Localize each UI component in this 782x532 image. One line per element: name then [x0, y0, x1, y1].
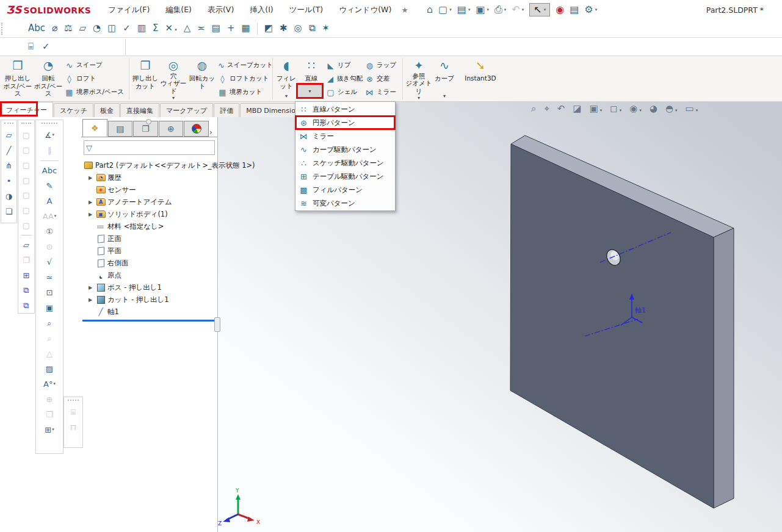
- warning-triangle-icon[interactable]: △: [36, 346, 63, 361]
- print-icon[interactable]: ⎙: [494, 5, 506, 15]
- task-list-icon[interactable]: ▤: [570, 5, 579, 15]
- magnifier-a-icon[interactable]: ⌕: [36, 315, 63, 331]
- toolbar-grip[interactable]: [42, 123, 57, 126]
- menu-item[interactable]: ∴ スケッチ駆動パターン: [295, 156, 395, 170]
- paste-appearance-icon[interactable]: ⧉: [18, 298, 34, 313]
- tree-item[interactable]: ▶ 右側面: [81, 257, 217, 269]
- blocks-icon[interactable]: ⧉: [309, 24, 316, 33]
- toolbar-icon[interactable]: [257, 23, 258, 35]
- performance-evaluation-icon[interactable]: ◔: [93, 24, 101, 33]
- toolbar-icon[interactable]: [36, 158, 63, 163]
- tree-item[interactable]: ▶ 平面: [81, 245, 217, 257]
- view-cube-icon[interactable]: ▢: [18, 173, 34, 188]
- spell-check-icon[interactable]: Abc: [36, 163, 63, 178]
- ribbon-stack-item[interactable]: ◢ 抜き勾配: [326, 73, 363, 85]
- menu-item[interactable]: ツール(T): [289, 5, 323, 15]
- mass-properties-icon[interactable]: ⚖: [64, 24, 72, 33]
- edit-component-icon[interactable]: ❐: [18, 253, 34, 268]
- featuremanager-filter-input[interactable]: [94, 142, 214, 154]
- balloon-icon[interactable]: ①: [36, 224, 63, 239]
- plate-front-face[interactable]: [510, 144, 714, 508]
- ribbon-stack-item[interactable]: ◍ ラップ: [365, 60, 399, 71]
- ribbon-stack-item[interactable]: ∿ スイープ: [65, 60, 126, 71]
- draft-analysis-icon[interactable]: △: [184, 24, 191, 33]
- undo-icon[interactable]: ↶: [512, 5, 524, 15]
- axis-icon[interactable]: ╱: [1, 143, 16, 158]
- select-cursor-icon[interactable]: ↖: [529, 3, 550, 16]
- command-tab[interactable]: 直接編集: [120, 103, 159, 117]
- save-icon[interactable]: ▣: [476, 5, 489, 15]
- expand-arrow-icon[interactable]: ▶: [89, 285, 94, 290]
- weld-symbol-icon[interactable]: ≃: [36, 270, 63, 285]
- new-window-icon[interactable]: ⊞: [18, 268, 34, 283]
- dropdown-caret-icon[interactable]: ▾: [285, 93, 288, 99]
- expand-arrow-icon[interactable]: ▶: [89, 212, 94, 217]
- format-painter-icon[interactable]: ✎: [36, 178, 63, 193]
- datum-feature-icon[interactable]: ▣: [36, 300, 63, 315]
- options-gear-icon[interactable]: ⚙: [584, 5, 597, 15]
- datum-target-icon[interactable]: ⌕: [36, 331, 63, 346]
- ribbon-stack-item[interactable]: ⋈ ミラー: [365, 87, 399, 98]
- tree-item[interactable]: ▶ カット - 押し出し1: [81, 293, 217, 306]
- toolbar-grip[interactable]: [68, 400, 79, 403]
- menu-item[interactable]: 挿入(I): [250, 5, 273, 15]
- design-checker-icon[interactable]: ◎: [294, 24, 302, 33]
- command-tab[interactable]: マークアップ: [160, 103, 213, 117]
- ribbon-stack-item[interactable]: ⊗ 交差: [365, 73, 399, 85]
- coordinate-system-icon[interactable]: ⋔: [1, 158, 16, 173]
- geometric-tolerance-icon[interactable]: ⊡: [36, 285, 63, 300]
- edrawings-icon[interactable]: ✶: [322, 24, 330, 33]
- menu-item[interactable]: ▩ フィルパターン: [295, 183, 395, 196]
- verification-check-icon[interactable]: ✓: [42, 42, 50, 51]
- symmetry-check-icon[interactable]: ≍: [197, 24, 205, 33]
- dropdown-caret-icon[interactable]: ▾: [443, 93, 446, 99]
- section-properties-icon[interactable]: ▱: [79, 24, 87, 33]
- point-icon[interactable]: •: [1, 173, 16, 189]
- tree-item[interactable]: ▶ センサー: [81, 184, 217, 196]
- statistics-icon[interactable]: ◫: [107, 24, 116, 33]
- menu-item[interactable]: ∷ 直線パターン: [295, 102, 395, 116]
- dropdown-caret-icon[interactable]: ▾: [308, 88, 311, 94]
- performance-pipeline-icon[interactable]: ◉: [556, 5, 564, 15]
- ribbon-stack-item[interactable]: ◣ リブ: [326, 60, 363, 71]
- axis-label[interactable]: 軸1: [635, 306, 646, 314]
- revolved-boss-base-button[interactable]: ◔ 回転 ボス/ベース: [33, 56, 63, 101]
- step-icon-1[interactable]: ⌸: [64, 404, 82, 420]
- ribbon-stack-item[interactable]: ◊ ロフトカット: [218, 73, 269, 85]
- tools-icon[interactable]: ✕: [165, 24, 177, 33]
- command-tab[interactable]: 板金: [94, 103, 120, 117]
- linear-note-pattern-icon[interactable]: AA: [36, 209, 63, 224]
- propertymanager-tab[interactable]: ▤: [108, 121, 133, 137]
- rollback-bar[interactable]: [82, 320, 215, 322]
- view-cube-icon[interactable]: ▢: [18, 218, 34, 233]
- open-icon[interactable]: ▤: [457, 5, 471, 15]
- toolbar-grip[interactable]: [4, 123, 13, 126]
- toolbar-icon[interactable]: [18, 233, 34, 238]
- mate-reference-icon[interactable]: ❏: [1, 204, 16, 219]
- plate-side-face[interactable]: [714, 228, 734, 508]
- menu-item[interactable]: ⋈ ミラー: [295, 129, 395, 143]
- dropdown-caret-icon[interactable]: ▾: [418, 95, 420, 101]
- toolbar-grip[interactable]: [21, 123, 31, 126]
- menu-item[interactable]: ⊛ 円形パターン: [295, 116, 395, 129]
- menu-item[interactable]: ⊞ テーブル駆動パターン: [295, 170, 395, 183]
- instant3d-button[interactable]: ➘ Instant3D: [456, 56, 505, 101]
- design-table-icon[interactable]: ▦: [242, 24, 250, 33]
- revolved-cut-button[interactable]: ◍ 回転カット: [187, 56, 217, 101]
- view-cube-icon[interactable]: ▢: [18, 188, 34, 203]
- note-icon[interactable]: A: [36, 193, 63, 209]
- tree-item[interactable]: ▶ 原点: [81, 269, 217, 281]
- hole-wizard-button[interactable]: ◎ 穴 ウィザード ▾: [159, 56, 187, 101]
- smart-dimension-icon[interactable]: ∡: [36, 128, 63, 143]
- expand-arrow-icon[interactable]: ▶: [89, 175, 94, 181]
- tree-item[interactable]: ▶ 履歴: [81, 171, 217, 184]
- view-cube-icon[interactable]: ▢: [18, 128, 34, 143]
- extruded-cut-button[interactable]: ❐ 押し出し カット: [131, 56, 159, 101]
- annotation-box-pattern-flyout-caret[interactable]: ▾: [296, 83, 324, 99]
- edit-sketch-icon[interactable]: ▱: [18, 238, 34, 253]
- displaymanager-tab[interactable]: [184, 121, 209, 137]
- tables-icon[interactable]: ⊞: [36, 422, 63, 437]
- auto-balloon-icon[interactable]: ⊙: [36, 239, 63, 254]
- ribbon-stack-item[interactable]: ▦ 境界ボス/ベース: [65, 87, 126, 98]
- deviation-analysis-icon[interactable]: +: [227, 24, 235, 33]
